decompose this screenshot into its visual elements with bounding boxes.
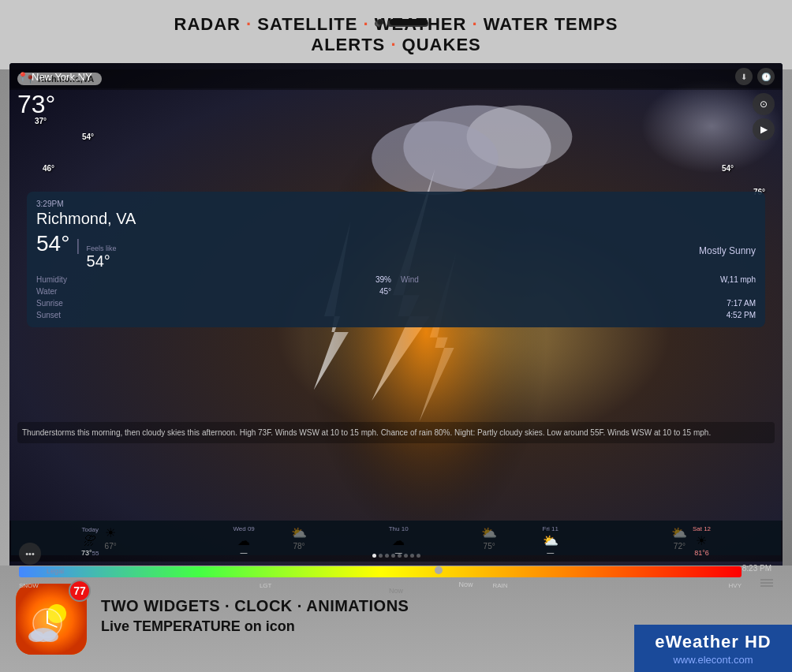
play-button[interactable]: ▶ xyxy=(753,118,775,140)
popup-sep: | xyxy=(76,237,80,255)
popup-city: Richmond, VA xyxy=(36,210,756,228)
page-dot-4 xyxy=(391,554,395,558)
page-dot-7 xyxy=(410,554,414,558)
location-pin-icon: 📍 xyxy=(17,72,28,82)
wind-label: Wind xyxy=(401,275,419,284)
compass-button[interactable]: ⊙ xyxy=(753,93,775,115)
now-label: Now xyxy=(459,581,473,588)
sunset-val: 4:52 PM xyxy=(727,311,756,319)
time-label: 8:23 PM xyxy=(742,564,771,573)
list-item: Today ⛈ 73°55 xyxy=(81,526,99,557)
time-slider-thumb[interactable] xyxy=(435,566,443,574)
page-dot-3 xyxy=(385,554,389,558)
map-controls: ⊙ ▶ xyxy=(753,93,775,140)
storm-description: Thunderstorms this morning, then cloudy … xyxy=(17,422,775,443)
radar-label-rain: RAIN xyxy=(492,582,507,589)
storm-header: 📍 New York,NY ⬇ 🕐 xyxy=(9,63,783,90)
storm-temp: 73° xyxy=(17,90,55,119)
right-header-icons: ⬇ 🕐 xyxy=(735,68,775,85)
brand-url: www.elecont.com xyxy=(673,654,753,666)
clock-icon-right[interactable]: 🕐 xyxy=(757,68,775,85)
sunrise-label: Sunrise xyxy=(36,299,63,308)
storm-city: New York,NY xyxy=(32,71,92,83)
popup-sunset-row: Sunset 4:52 PM xyxy=(36,311,756,319)
map-temp-46: 46° xyxy=(43,164,54,173)
right-now-label: Now xyxy=(389,587,403,595)
footer-text: TWO WIDGETS · CLOCK · ANIMATIONS Live TE… xyxy=(101,597,409,641)
popup-time: 3:29PM xyxy=(36,200,756,208)
svg-point-7 xyxy=(372,121,498,196)
page-dot-6 xyxy=(404,554,408,558)
humidity-val: 39% xyxy=(375,275,391,284)
menu-line-3 xyxy=(760,585,773,587)
popup-wind-row: Wind W,11 mph xyxy=(401,275,756,284)
menu-line-1 xyxy=(760,579,773,581)
popup-water-row: Water 45° xyxy=(36,287,391,296)
storm-location: 📍 New York,NY xyxy=(17,71,92,83)
sunrise-val: 7:17 AM xyxy=(727,299,756,308)
popup-temp: 54° xyxy=(36,231,69,256)
popup-feels-val: 54° xyxy=(87,252,117,271)
radar-label-snow: SNOW xyxy=(19,582,39,589)
footer-line2: Live TEMPERATURE on icon xyxy=(101,618,409,635)
popup-feels-label: Feels like xyxy=(87,245,117,252)
popup-temp-row: 54° | Feels like 54° Mostly Sunny xyxy=(36,231,756,271)
app-icon-container: 77 xyxy=(16,584,87,655)
svg-point-15 xyxy=(43,631,58,642)
radar-color-bar xyxy=(19,566,742,577)
sunset-label: Sunset xyxy=(36,311,61,319)
list-item: Wed 09 ☁ — xyxy=(233,525,254,557)
right-forecast-row: Today ⛈ 73°55 Wed 09 ☁ — Thu 10 ☁ — xyxy=(14,525,778,557)
water-val: 45° xyxy=(379,287,391,296)
list-item: Thu 10 ☁ — xyxy=(389,525,409,557)
map-temp-54: 54° xyxy=(722,164,734,173)
menu-line-2 xyxy=(760,582,773,584)
front-camera-right xyxy=(377,19,383,25)
header-line2: ALERTS · QUAKES xyxy=(311,35,481,55)
brand-box: eWeather HD www.elecont.com xyxy=(634,625,792,672)
popup-condition: Mostly Sunny xyxy=(699,245,756,256)
menu-icon[interactable] xyxy=(760,579,773,587)
brand-name: eWeather HD xyxy=(655,632,771,652)
map-temp-philly: 54° xyxy=(82,133,94,141)
popup-details: Humidity 39% Wind W,11 mph Water 45° xyxy=(36,275,756,296)
header-area: RADAR · SATELLITE · WEATHER · WATER TEMP… xyxy=(0,0,792,69)
download-icon[interactable]: ⬇ xyxy=(735,68,753,85)
page-dot-2 xyxy=(379,554,383,558)
footer-line1: TWO WIDGETS · CLOCK · ANIMATIONS xyxy=(101,597,409,615)
page-dot-8 xyxy=(417,554,420,558)
popup-feels: Feels like 54° xyxy=(87,245,117,271)
right-page-dots xyxy=(9,554,783,558)
svg-point-14 xyxy=(28,631,44,642)
radar-label-lgt: LGT xyxy=(260,582,272,589)
page-dot-1 xyxy=(372,554,376,558)
list-item: Sat 12 ☀ 81°6 xyxy=(693,525,711,557)
earpiece-right xyxy=(390,19,428,25)
legal-button[interactable]: Legal xyxy=(47,567,64,575)
wind-val: W,11 mph xyxy=(720,275,756,284)
radar-labels: SNOW LGT RAIN HVY xyxy=(19,582,742,589)
storm-screen: 📍 New York,NY ⬇ 🕐 73° Thunderstorms this… xyxy=(9,63,783,601)
water-label: Water xyxy=(36,287,57,296)
popup-sun-row: Sunrise 7:17 AM xyxy=(36,299,756,308)
humidity-label: Humidity xyxy=(36,275,67,284)
weather-popup: 3:29PM Richmond, VA 54° | Feels like 54°… xyxy=(27,192,765,327)
list-item: Fri 11 ⛅ — xyxy=(543,525,559,557)
popup-humidity-row: Humidity 39% xyxy=(36,275,391,284)
radar-label-hvy: HVY xyxy=(729,582,742,589)
page-dot-5 xyxy=(398,554,402,558)
right-phone-screen: 📍 New York,NY ⬇ 🕐 73° Thunderstorms this… xyxy=(9,63,783,601)
